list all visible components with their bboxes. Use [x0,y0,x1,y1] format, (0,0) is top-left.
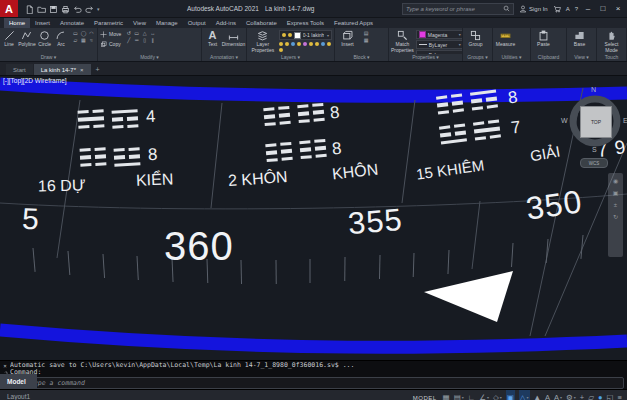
save-icon[interactable] [49,0,58,18]
mini-tool-icon[interactable]: ↔ [149,30,156,36]
dimension-button[interactable]: Dimension [223,30,244,48]
ribbon-tab-add-ins[interactable]: Add-ins [211,18,241,28]
mini-tool-icon[interactable]: ▦ [362,37,370,43]
mini-tool-icon[interactable]: ▭ [133,30,140,36]
mini-tool-icon[interactable]: ▯ [141,37,148,43]
units-icon[interactable]: ▱ [588,390,594,400]
layer-tool-icon[interactable] [321,42,325,46]
autoscale-icon[interactable]: A [545,390,550,400]
drawing-viewport[interactable]: 4816 DỰKIỂN882 KHÔNKHÔN8715 KHIÊMGIẢI536… [0,76,627,360]
plot-icon[interactable] [61,0,70,18]
viewcube-top-face[interactable]: TOP [580,106,612,138]
panel-label-block[interactable]: Block ▾ [335,54,388,61]
layer-tool-icon[interactable] [279,48,283,52]
viewcube-west[interactable]: W [561,117,568,124]
search-icon[interactable] [503,5,510,12]
file-tab-la-kinh-14-7[interactable]: La kinh 14-7*× [34,64,91,75]
close-tab-icon[interactable]: × [80,67,84,73]
layer-dropdown[interactable]: 0-1 lakinh▾ [279,30,332,40]
pan-icon[interactable]: ▣ [613,190,619,196]
object-color-dropdown[interactable]: Magenta▾ [416,30,462,39]
mini-tool-icon[interactable]: ◠ [88,30,95,36]
panel-label-layers[interactable]: Layers ▾ [247,54,334,61]
help-button[interactable]: ? [575,6,578,12]
close-command-icon[interactable]: × [3,363,7,369]
mini-tool-icon[interactable]: ▱ [72,37,79,43]
workspace-gear-icon[interactable]: ⚙▾ [566,390,576,400]
command-input[interactable]: ▤ ▸ Type a command [10,377,624,389]
move-button[interactable]: Move [100,30,121,38]
annotation-monitor-icon[interactable]: + [580,390,584,400]
search-input[interactable]: Type a keyword or phrase [402,3,514,15]
panel-label-groups[interactable]: Groups ▾ [463,54,492,61]
viewcube-east[interactable]: E [623,117,627,124]
osnap-icon[interactable]: ▣ [506,390,515,400]
layer-tool-icon[interactable] [285,42,289,46]
ribbon-tab-output[interactable]: Output [183,18,211,28]
zoom-icon[interactable]: ± [614,202,617,208]
mini-tool-icon[interactable]: ≈ [88,37,95,43]
mini-tool-icon[interactable]: ═ [133,37,140,43]
panel-label-properties[interactable]: Properties ▾ [389,54,462,61]
mini-tool-icon[interactable]: ↺ [125,30,132,36]
clean-screen-icon[interactable]: ◱ [607,390,614,400]
autocad-logo-icon[interactable]: A [0,0,18,17]
object-snap-tracking-icon[interactable]: △▾ [519,390,530,400]
layer-tool-icon[interactable] [303,42,307,46]
panel-label-touch[interactable]: Touch [597,54,626,61]
autodesk-app-button[interactable]: A [566,6,570,12]
mini-tool-icon[interactable]: ◯ [80,30,87,36]
ribbon-tab-home[interactable]: Home [4,18,30,28]
panel-label-utilities[interactable]: Utilities ▾ [493,54,530,61]
panel-label-annotation[interactable]: Annotation ▾ [202,54,246,61]
app-store-button[interactable] [553,5,561,13]
layer-tool-icon[interactable] [297,42,301,46]
ortho-icon[interactable]: ∟ [468,390,475,400]
lineweight-dropdown[interactable]: ByLayer▾ [416,40,462,49]
ribbon-tab-annotate[interactable]: Annotate [55,18,89,28]
polyline-button[interactable]: Polyline [18,30,36,48]
navigation-bar[interactable]: ◉ ▣ ± ↻ [608,173,623,257]
layer-tool-icon[interactable] [279,42,283,46]
arc-button[interactable]: Arc [54,30,68,48]
view-cube[interactable]: TOP N W E S WCS [560,84,627,168]
mini-tool-icon[interactable]: ▦ [80,37,87,43]
layer-tool-icon[interactable] [309,42,313,46]
open-folder-icon[interactable] [37,0,46,18]
ribbon-tab-insert[interactable]: Insert [30,18,55,28]
qat-dropdown-icon[interactable]: ▾ [97,6,100,12]
viewcube-north[interactable]: N [591,86,596,93]
minimize-button[interactable]: – [583,0,593,17]
ribbon-tab-express-tools[interactable]: Express Tools [282,18,329,28]
annotation-visibility-icon[interactable]: ▲ [534,390,541,400]
group-button[interactable]: Group [465,30,486,48]
orbit-icon[interactable]: ↻ [613,214,618,220]
circle-button[interactable]: Circle [38,30,52,48]
polar-tracking-icon[interactable]: ∠▾ [479,390,489,400]
redo-icon[interactable] [85,0,94,18]
base-button[interactable]: Base [569,30,590,48]
tab-layout1[interactable]: Layout1 [0,389,37,400]
mini-tool-icon[interactable]: ▭ [72,30,79,36]
mini-tool-icon[interactable]: ∥ [149,37,156,43]
viewport-controls[interactable]: [-][Top][2D Wireframe] [3,77,67,84]
layer-tool-icon[interactable] [327,42,331,46]
tab-model[interactable]: Model [0,374,37,389]
measure-button[interactable]: Measure [495,30,516,48]
match-properties-button[interactable]: Match Properties [391,30,414,53]
layer-tool-icon[interactable] [315,42,319,46]
isodraft-icon[interactable]: ◇▾ [493,390,502,400]
layer-tool-icon[interactable] [291,42,295,46]
undo-icon[interactable] [73,0,82,18]
ribbon-tab-view[interactable]: View [128,18,151,28]
mini-tool-icon[interactable]: ▤ [362,30,370,36]
file-tab-start[interactable]: Start [6,64,33,75]
grid-icon[interactable]: ▦ [443,390,450,400]
insert-button[interactable]: Insert [337,30,358,48]
ribbon-tab-featured-apps[interactable]: Featured Apps [329,18,378,28]
viewcube-south[interactable]: S [592,146,597,153]
maximize-button[interactable]: □ [598,0,608,17]
panel-label-view[interactable]: View ▾ [567,54,596,61]
annotation-scale-icon[interactable]: A▾ [554,390,562,400]
text-button[interactable]: AText [204,30,221,48]
